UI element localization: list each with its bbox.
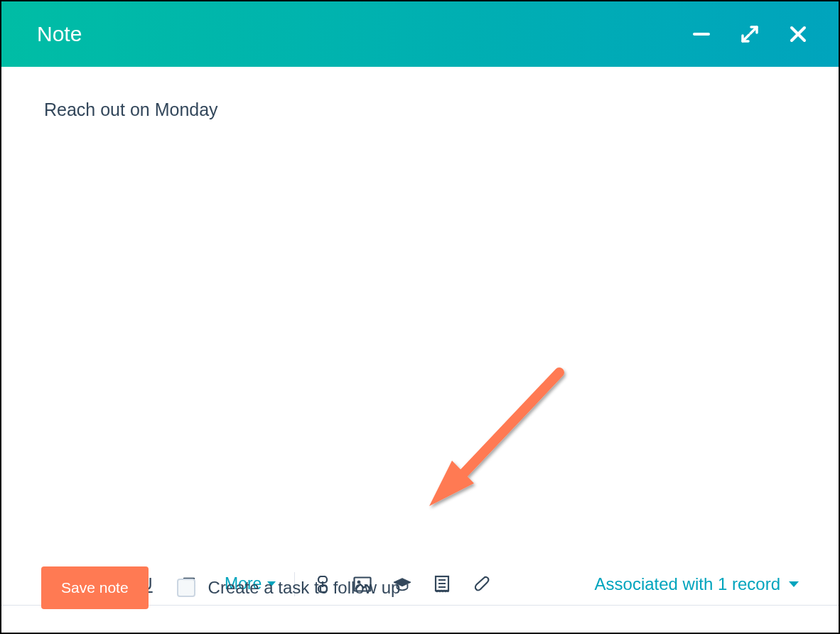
expand-button[interactable] [738, 22, 762, 46]
minimize-button[interactable] [689, 22, 714, 46]
modal-header: Note [1, 1, 839, 67]
modal-title: Note [37, 22, 689, 46]
note-body-input[interactable]: Reach out on Monday [1, 67, 839, 465]
editor-area: Reach out on Monday B I U More [1, 67, 839, 633]
close-icon [788, 24, 808, 44]
create-task-toggle[interactable]: Create a task to follow up [177, 578, 401, 598]
create-task-checkbox[interactable] [177, 579, 195, 597]
minimize-icon [691, 24, 711, 44]
modal-footer: Save note Create a task to follow up [1, 543, 839, 633]
expand-icon [740, 24, 760, 44]
create-task-label: Create a task to follow up [208, 578, 401, 598]
close-button[interactable] [786, 22, 810, 46]
window-controls [689, 22, 810, 46]
save-note-button[interactable]: Save note [41, 566, 149, 609]
